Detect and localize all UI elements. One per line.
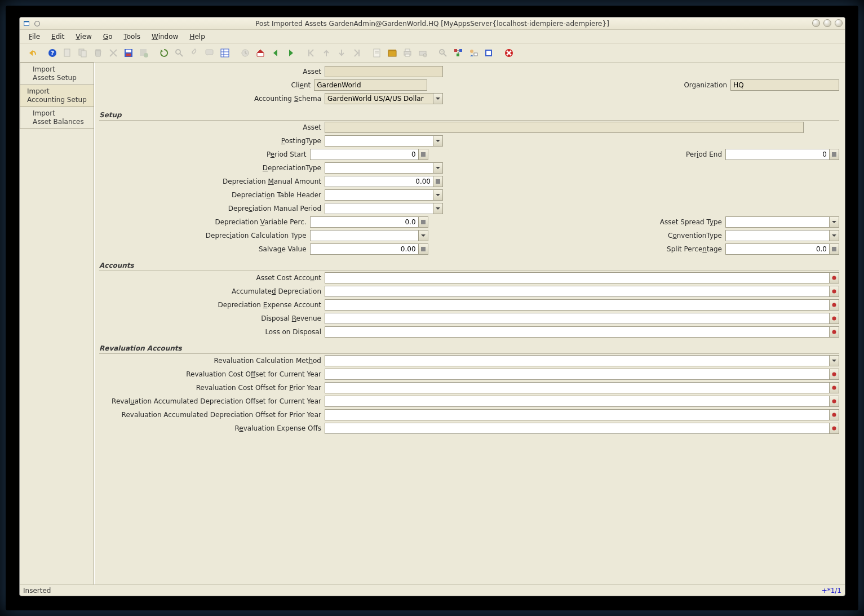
dep-var-perc-field[interactable] bbox=[310, 216, 418, 228]
close-button[interactable] bbox=[835, 19, 843, 27]
dep-calc-field[interactable] bbox=[310, 230, 418, 241]
menu-go[interactable]: Go bbox=[99, 32, 117, 42]
menu-help[interactable]: Help bbox=[185, 32, 209, 42]
menu-tools[interactable]: Tools bbox=[119, 32, 145, 42]
acc-dep-field[interactable] bbox=[325, 286, 829, 297]
dep-var-perc-btn[interactable] bbox=[418, 216, 428, 228]
dep-exp-btn[interactable] bbox=[829, 299, 839, 311]
period-end-field[interactable] bbox=[725, 149, 829, 160]
disp-rev-field[interactable] bbox=[325, 313, 829, 324]
salvage-btn[interactable] bbox=[418, 243, 428, 255]
new-icon[interactable] bbox=[61, 46, 74, 60]
period-end-btn[interactable] bbox=[829, 149, 839, 160]
tab-import-asset-balances[interactable]: Import Asset Balances bbox=[20, 107, 94, 129]
product-info-icon[interactable] bbox=[482, 46, 495, 60]
salvage-field[interactable] bbox=[310, 243, 418, 255]
acct-schema-dropdown[interactable] bbox=[433, 93, 443, 104]
tab-import-accounting-setup[interactable]: Import Accounting Setup bbox=[20, 85, 94, 107]
tab-import-assets-setup[interactable]: Import Assets Setup bbox=[20, 63, 94, 85]
request-icon[interactable] bbox=[467, 46, 480, 60]
attachment-icon[interactable] bbox=[188, 46, 201, 60]
reval-cost-cur-btn[interactable] bbox=[829, 369, 839, 380]
reval-acc-prior-btn[interactable] bbox=[829, 409, 839, 420]
menu-file[interactable]: File bbox=[24, 32, 45, 42]
conv-field[interactable] bbox=[725, 230, 829, 241]
home-icon[interactable] bbox=[254, 46, 267, 60]
reval-acc-cur-btn[interactable] bbox=[829, 396, 839, 407]
grid-toggle-icon[interactable] bbox=[218, 46, 232, 60]
chat-icon[interactable] bbox=[203, 46, 216, 60]
conv-dropdown[interactable] bbox=[829, 230, 839, 241]
undo-icon[interactable] bbox=[25, 46, 39, 60]
dep-calc-dropdown[interactable] bbox=[418, 230, 428, 241]
copy-icon[interactable] bbox=[76, 46, 90, 60]
dep-man-amt-btn[interactable] bbox=[433, 176, 443, 187]
dep-man-per-dropdown[interactable] bbox=[433, 203, 443, 214]
reval-exp-field[interactable] bbox=[325, 423, 829, 434]
menu-edit[interactable]: Edit bbox=[47, 32, 69, 42]
asset-field[interactable] bbox=[325, 66, 443, 77]
help-icon[interactable]: ? bbox=[46, 46, 59, 60]
dep-tbl-hdr-field[interactable] bbox=[325, 189, 433, 201]
back-icon[interactable] bbox=[269, 46, 282, 60]
acct-schema-field[interactable] bbox=[325, 93, 433, 104]
acc-dep-btn[interactable] bbox=[829, 286, 839, 297]
dep-type-field[interactable] bbox=[325, 162, 433, 174]
dep-tbl-hdr-dropdown[interactable] bbox=[433, 189, 443, 201]
prev-icon[interactable] bbox=[320, 46, 333, 60]
spread-field[interactable] bbox=[725, 216, 829, 228]
disp-rev-btn[interactable] bbox=[829, 313, 839, 324]
reval-acc-prior-field[interactable] bbox=[325, 409, 829, 420]
reval-calc-dropdown[interactable] bbox=[829, 355, 839, 366]
menu-view[interactable]: View bbox=[71, 32, 96, 42]
forward-icon[interactable] bbox=[284, 46, 298, 60]
asset2-field[interactable] bbox=[325, 122, 804, 133]
delete-icon[interactable] bbox=[91, 46, 105, 60]
workflow-icon[interactable] bbox=[451, 46, 465, 60]
dep-man-per-field[interactable] bbox=[325, 203, 433, 214]
history-icon[interactable] bbox=[238, 46, 252, 60]
loss-disp-btn[interactable] bbox=[829, 326, 839, 338]
zoom-across-icon[interactable] bbox=[436, 46, 450, 60]
end-icon[interactable] bbox=[502, 46, 516, 60]
print-preview-icon[interactable] bbox=[416, 46, 429, 60]
reval-acc-cur-field[interactable] bbox=[325, 396, 829, 407]
dep-type-dropdown[interactable] bbox=[433, 162, 443, 174]
organization-field[interactable] bbox=[730, 79, 839, 91]
dep-man-amt-field[interactable] bbox=[325, 176, 433, 187]
window-sessions-icon[interactable] bbox=[33, 20, 41, 28]
label-split: Split Percentage bbox=[620, 245, 725, 253]
reval-cost-cur-field[interactable] bbox=[325, 369, 829, 380]
period-start-btn[interactable] bbox=[418, 149, 428, 160]
window-menu-icon[interactable] bbox=[23, 20, 31, 28]
split-btn[interactable] bbox=[829, 243, 839, 255]
menu-window[interactable]: Window bbox=[147, 32, 183, 42]
minimize-button[interactable] bbox=[812, 19, 820, 27]
spread-dropdown[interactable] bbox=[829, 216, 839, 228]
maximize-button[interactable] bbox=[823, 19, 831, 27]
cost-acct-btn[interactable] bbox=[829, 272, 839, 283]
archive-icon[interactable] bbox=[386, 46, 399, 60]
dep-exp-field[interactable] bbox=[325, 299, 829, 311]
first-icon[interactable] bbox=[304, 46, 318, 60]
reval-cost-prior-field[interactable] bbox=[325, 382, 829, 393]
report-icon[interactable] bbox=[370, 46, 384, 60]
cost-acct-field[interactable] bbox=[325, 272, 829, 283]
reval-cost-prior-btn[interactable] bbox=[829, 382, 839, 393]
save-new-icon[interactable] bbox=[137, 46, 150, 60]
save-icon[interactable] bbox=[122, 46, 135, 60]
reval-calc-field[interactable] bbox=[325, 355, 829, 366]
client-field[interactable] bbox=[314, 79, 427, 91]
period-start-field[interactable] bbox=[310, 149, 418, 160]
posting-field[interactable] bbox=[325, 135, 433, 147]
find-icon[interactable] bbox=[172, 46, 186, 60]
last-icon[interactable] bbox=[350, 46, 364, 60]
delete-selection-icon[interactable] bbox=[107, 46, 120, 60]
next-icon[interactable] bbox=[335, 46, 348, 60]
posting-dropdown[interactable] bbox=[433, 135, 443, 147]
reval-exp-btn[interactable] bbox=[829, 423, 839, 434]
split-field[interactable] bbox=[725, 243, 829, 255]
loss-disp-field[interactable] bbox=[325, 326, 829, 338]
refresh-icon[interactable] bbox=[157, 46, 171, 60]
print-icon[interactable] bbox=[401, 46, 414, 60]
